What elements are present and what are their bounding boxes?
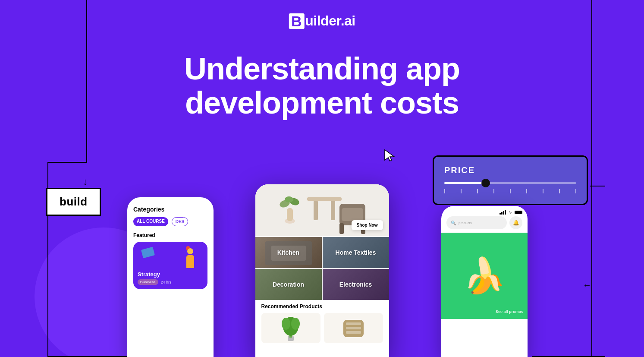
hero-banner: Shop Now	[255, 184, 389, 236]
search-placeholder: products	[459, 221, 472, 225]
wifi-icon: ∿	[509, 210, 512, 215]
category-kitchen[interactable]: Kitchen	[255, 237, 322, 268]
featured-label: Featured	[133, 232, 207, 238]
connector-line-right-down	[591, 186, 592, 357]
search-area: 🔍 products 🔔	[441, 216, 528, 233]
recommended-items	[261, 313, 383, 343]
build-box: build	[46, 188, 101, 216]
notification-icon[interactable]: 🔔	[509, 216, 522, 229]
tick-3	[477, 189, 478, 193]
price-slider-track[interactable]	[444, 182, 576, 184]
tick-9	[575, 189, 576, 193]
category-decoration[interactable]: Decoration	[255, 269, 322, 300]
phone-right: ∿ 🔍 products 🔔 🍌 See all promos	[441, 206, 528, 357]
svg-rect-6	[287, 208, 293, 221]
banana-image: 🍌	[463, 256, 506, 296]
price-label: PRICE	[444, 165, 576, 175]
headline: Understanding app development costs	[128, 52, 516, 120]
signal-bar-1	[499, 213, 501, 215]
svg-rect-23	[346, 327, 361, 329]
rec-item-plant[interactable]	[261, 313, 320, 343]
signal-bar-2	[501, 212, 503, 215]
svg-point-20	[291, 318, 300, 330]
header: B uilder.ai	[289, 13, 355, 29]
svg-rect-3	[314, 201, 318, 220]
bell-icon: 🔔	[513, 220, 519, 226]
connector-line-left-top	[86, 0, 87, 162]
category-electronics[interactable]: Electronics	[323, 269, 389, 300]
kitchen-label: Kitchen	[277, 249, 299, 256]
course-card-shapes	[138, 246, 203, 272]
phone-center: Shop Now Kitchen Home Textiles Decoratio…	[255, 184, 389, 357]
arrow-right-icon: ←	[583, 280, 591, 290]
categories-title: Categories	[133, 206, 207, 213]
search-box[interactable]: 🔍 products	[446, 216, 507, 229]
tick-7	[543, 189, 543, 193]
tick-1	[444, 189, 445, 193]
build-label: build	[60, 195, 88, 208]
svg-point-19	[282, 318, 290, 330]
signal-bar-3	[503, 211, 504, 215]
course-card[interactable]: Strategy Business 24 hrs	[133, 242, 207, 289]
status-bar: ∿	[441, 206, 528, 216]
battery-icon	[515, 211, 522, 214]
phone-left: Categories ALL COURSE DES Featured Strat…	[127, 197, 214, 357]
cushion-svg	[342, 316, 365, 340]
connector-line-left-h	[47, 162, 87, 163]
figure-shape	[184, 248, 197, 272]
tick-6	[526, 189, 527, 193]
textiles-label: Home Textiles	[336, 249, 376, 256]
price-widget: PRICE	[433, 155, 588, 205]
tick-8	[559, 189, 560, 193]
shop-now-button[interactable]: Shop Now	[352, 220, 383, 230]
connector-line-right-top	[591, 0, 592, 186]
plant-svg	[280, 314, 302, 342]
price-slider-fill	[444, 182, 484, 184]
search-icon: 🔍	[451, 221, 456, 225]
svg-point-9	[285, 196, 293, 202]
price-slider-thumb[interactable]	[481, 179, 490, 187]
see-all-promos[interactable]: See all promos	[496, 310, 523, 314]
badge-hours: 24 hrs	[161, 280, 172, 284]
promo-banner: 🍌 See all promos	[441, 233, 528, 319]
svg-rect-4	[331, 201, 335, 220]
svg-rect-12	[339, 223, 344, 234]
svg-rect-2	[307, 197, 342, 201]
tick-5	[510, 189, 511, 193]
signal-bars	[499, 210, 506, 215]
recommended-section: Recommended Products	[255, 300, 389, 343]
rec-item-cushion[interactable]	[324, 313, 383, 343]
tick-4	[493, 189, 494, 193]
course-title: Strategy	[138, 271, 203, 278]
phone-left-content: Categories ALL COURSE DES Featured Strat…	[127, 197, 214, 289]
phone-tabs: ALL COURSE DES	[133, 217, 207, 226]
electronics-label: Electronics	[339, 281, 372, 288]
shape-blue	[141, 247, 155, 259]
svg-marker-0	[385, 150, 394, 161]
badge-business: Business	[138, 279, 158, 285]
svg-rect-22	[346, 322, 361, 325]
arrow-down-icon: ↓	[83, 176, 88, 187]
course-badge-row: Business 24 hrs	[138, 279, 203, 285]
price-slider-ticks	[444, 189, 576, 193]
tick-2	[461, 189, 462, 193]
decoration-label: Decoration	[273, 281, 304, 288]
category-textiles[interactable]: Home Textiles	[323, 237, 389, 268]
logo-b-icon: B	[289, 13, 304, 29]
logo-text: uilder.ai	[305, 13, 355, 29]
headline-line1: Understanding app	[128, 52, 516, 86]
recommended-title: Recommended Products	[261, 303, 383, 310]
svg-rect-24	[346, 331, 361, 334]
svg-rect-11	[342, 208, 363, 221]
cursor-icon	[384, 149, 396, 164]
headline-line2: development costs	[128, 86, 516, 120]
signal-bar-4	[505, 210, 506, 215]
tab-all-course[interactable]: ALL COURSE	[133, 217, 168, 226]
tab-des[interactable]: DES	[172, 217, 188, 226]
category-grid: Kitchen Home Textiles Decoration Electro…	[255, 237, 389, 300]
connector-line-right-h	[590, 186, 605, 186]
